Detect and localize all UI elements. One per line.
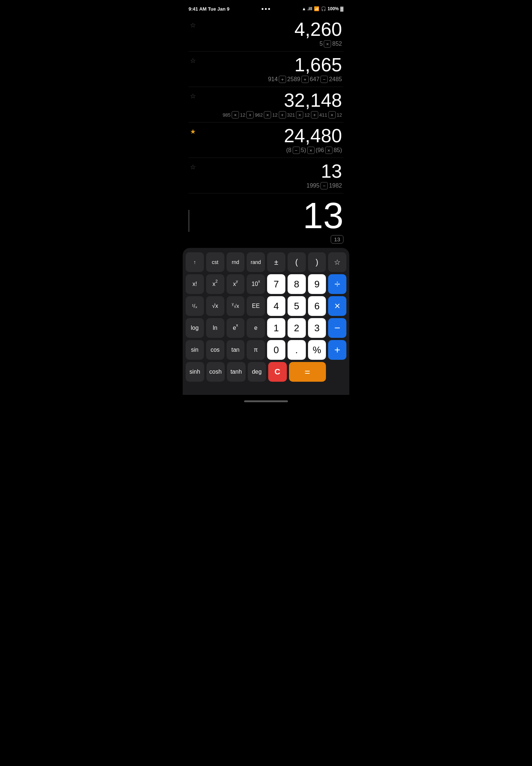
factorial-button[interactable]: x! (186, 274, 204, 294)
star-1[interactable]: ☆ (190, 21, 196, 29)
pi-button[interactable]: π (247, 340, 265, 360)
status-right: ▲ .ill 📶 🎧 100% ▓ (302, 6, 343, 11)
rnd-button[interactable]: rnd (227, 252, 245, 272)
6-button[interactable]: 6 (308, 296, 326, 316)
home-indicator (183, 395, 349, 407)
4-button[interactable]: 4 (267, 296, 285, 316)
op-badge: × (328, 111, 336, 118)
star-2[interactable]: ☆ (190, 57, 196, 65)
shift-button[interactable]: ↑ (186, 252, 204, 272)
close-paren-button[interactable]: ) (308, 252, 326, 272)
op-badge: + (279, 76, 286, 83)
history-expr-3: 985 × 12 + 962 × 12 + 321 × 12 + 411 × 1… (199, 111, 342, 118)
0-button[interactable]: 0 (267, 340, 285, 360)
1-button[interactable]: 1 (267, 318, 285, 338)
cst-button[interactable]: cst (206, 252, 224, 272)
current-display: 13 13 (183, 193, 349, 248)
8-button[interactable]: 8 (288, 274, 306, 294)
clear-button[interactable]: C (268, 362, 287, 382)
tan-button[interactable]: tan (227, 340, 245, 360)
history-result-2: 1,665 (199, 55, 342, 74)
history-content-2: 1,665 914 + 2589 + 647 − 2485 (199, 55, 342, 83)
plusminus-button[interactable]: ± (267, 252, 285, 272)
display-sub-badge: 13 (331, 235, 343, 244)
display-sub: 13 (331, 235, 343, 244)
op-badge: + (246, 111, 254, 118)
home-bar (244, 400, 288, 402)
nth-root-button[interactable]: y√x (227, 296, 245, 316)
minus-button[interactable]: − (328, 318, 346, 338)
log-button[interactable]: log (186, 318, 204, 338)
star-button[interactable]: ☆ (328, 252, 346, 272)
ln-button[interactable]: ln (206, 318, 224, 338)
op-badge: × (264, 111, 271, 118)
battery-icon: ▓ (340, 6, 343, 11)
keyboard-row-4: log ln ex e 1 2 3 − (186, 318, 346, 338)
history-entry-2[interactable]: ☆ 1,665 914 + 2589 + 647 − 2485 (189, 52, 343, 87)
tanh-button[interactable]: tanh (227, 362, 246, 382)
history-result-5: 13 (199, 162, 342, 181)
op-badge: − (320, 182, 328, 189)
op-badge: × (232, 111, 239, 118)
status-time: 9:41 AM Tue Jan 9 (189, 6, 229, 12)
history-entry-3[interactable]: ☆ 32,148 985 × 12 + 962 × 12 + 321 × 12 … (189, 87, 343, 122)
keyboard-row-5: sin cos tan π 0 . % + (186, 340, 346, 360)
history-expr-4: (8 − 5) × (96 × 85) (199, 147, 342, 154)
multiply-button[interactable]: × (328, 296, 346, 316)
equals-button[interactable]: = (289, 362, 326, 382)
op-badge: − (293, 147, 300, 154)
history-content-5: 13 1995 − 1982 (199, 162, 342, 189)
5-button[interactable]: 5 (288, 296, 306, 316)
plus-button[interactable]: + (328, 340, 346, 360)
sqrt-button[interactable]: √x (206, 296, 224, 316)
history-content-4: 24,480 (8 − 5) × (96 × 85) (199, 126, 342, 154)
star-4[interactable]: ★ (190, 128, 196, 136)
e-button[interactable]: e (247, 318, 265, 338)
op-badge: + (279, 111, 286, 118)
battery-text: 100% (328, 6, 339, 11)
cosh-button[interactable]: cosh (206, 362, 225, 382)
7-button[interactable]: 7 (267, 274, 285, 294)
power-button[interactable]: xy (227, 274, 245, 294)
op-badge: + (301, 76, 309, 83)
square-button[interactable]: x2 (206, 274, 224, 294)
decimal-button[interactable]: . (288, 340, 306, 360)
keyboard-row-1: ↑ cst rnd rand ± ( ) ☆ (186, 252, 346, 272)
keyboard: ↑ cst rnd rand ± ( ) ☆ x! x2 xy 10x 7 8 … (183, 248, 349, 395)
history-entry-4[interactable]: ★ 24,480 (8 − 5) × (96 × 85) (189, 122, 343, 158)
divide-button[interactable]: ÷ (328, 274, 346, 294)
rand-button[interactable]: rand (247, 252, 265, 272)
history-result-3: 32,148 (199, 91, 342, 110)
e-power-button[interactable]: ex (227, 318, 245, 338)
reciprocal-button[interactable]: ¹/ₓ (186, 296, 204, 316)
keyboard-row-6: sinh cosh tanh deg C = + (186, 362, 346, 382)
star-3[interactable]: ☆ (190, 92, 196, 100)
3-button[interactable]: 3 (308, 318, 326, 338)
history-expr-5: 1995 − 1982 (199, 182, 342, 189)
keyboard-row-2: x! x2 xy 10x 7 8 9 ÷ (186, 274, 346, 294)
op-badge: × (324, 40, 331, 48)
dot-1 (262, 8, 263, 10)
signal-icon: ▲ .ill (302, 6, 312, 11)
cos-button[interactable]: cos (206, 340, 224, 360)
ten-power-button[interactable]: 10x (247, 274, 265, 294)
sin-button[interactable]: sin (186, 340, 204, 360)
cursor-bar (189, 210, 189, 232)
sinh-button[interactable]: sinh (186, 362, 204, 382)
9-button[interactable]: 9 (308, 274, 326, 294)
op-badge: × (307, 147, 315, 154)
history-result-4: 24,480 (199, 126, 342, 145)
wifi-icon: 📶 (314, 6, 319, 11)
star-5[interactable]: ☆ (190, 163, 196, 171)
status-bar: 9:41 AM Tue Jan 9 ▲ .ill 📶 🎧 100% ▓ (183, 0, 349, 16)
open-paren-button[interactable]: ( (288, 252, 306, 272)
percent-button[interactable]: % (308, 340, 326, 360)
history-entry-5[interactable]: ☆ 13 1995 − 1982 (189, 158, 343, 193)
deg-button[interactable]: deg (248, 362, 266, 382)
ee-button[interactable]: EE (247, 296, 265, 316)
dot-2 (265, 8, 267, 10)
op-badge: − (320, 76, 328, 83)
2-button[interactable]: 2 (288, 318, 306, 338)
history-expr-1: 5 × 852 (199, 40, 342, 48)
history-entry-1[interactable]: ☆ 4,260 5 × 852 (189, 16, 343, 52)
